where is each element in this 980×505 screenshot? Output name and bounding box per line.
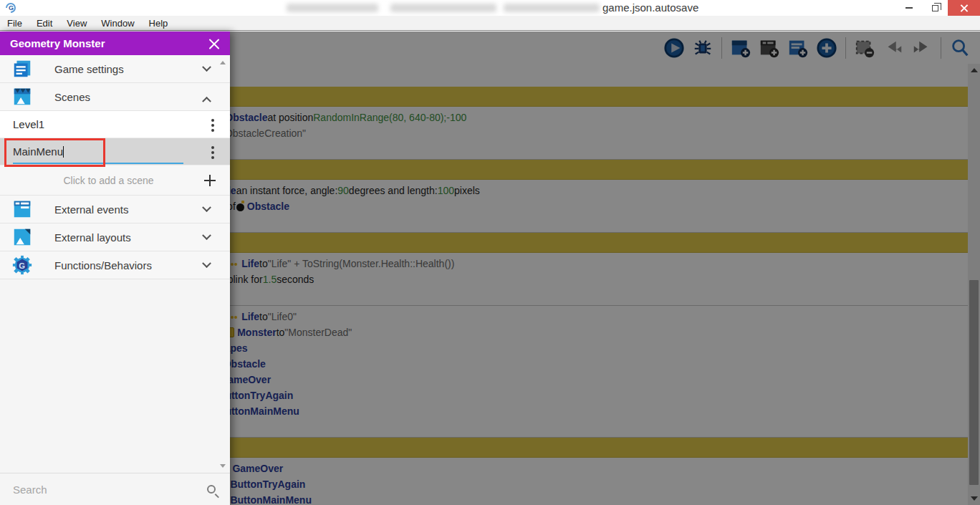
object-name: Monster bbox=[237, 327, 276, 338]
scroll-down-icon[interactable] bbox=[971, 496, 978, 501]
chevron-down-icon[interactable] bbox=[202, 62, 211, 72]
action-line[interactable]: Hide the object GameOver bbox=[141, 461, 968, 476]
events-scrollbar[interactable] bbox=[968, 64, 980, 505]
add-action-link[interactable]: Add action bbox=[141, 141, 968, 156]
scene-name-level1: Level1 bbox=[13, 118, 211, 130]
action-line[interactable]: Hide the object ButtonMainMenu bbox=[141, 492, 968, 505]
menu-item-help[interactable]: Help bbox=[148, 18, 176, 29]
action-line[interactable]: Set animation of Life to "Life0" bbox=[141, 309, 968, 324]
project-manager-header: Geometry Monster bbox=[0, 32, 230, 55]
sidebar-item-functions-behaviors[interactable]: G Functions/Behaviors bbox=[0, 251, 230, 279]
action-line[interactable]: Show object ButtonTryAgain bbox=[141, 388, 968, 403]
more-options-icon[interactable] bbox=[211, 146, 214, 149]
close-icon bbox=[960, 4, 968, 12]
add-event-button[interactable] bbox=[729, 37, 752, 59]
search-input[interactable] bbox=[11, 483, 207, 496]
action-text: 90 bbox=[337, 185, 349, 196]
game-settings-label: Game settings bbox=[54, 63, 203, 75]
event-actions-cell[interactable]: Create object Obstacle at position Rando… bbox=[135, 107, 968, 159]
scene-item-level1[interactable]: Level1 bbox=[0, 111, 230, 138]
restore-icon bbox=[932, 5, 938, 11]
redo-button[interactable] bbox=[911, 37, 933, 59]
search-events-button[interactable] bbox=[948, 37, 971, 59]
event-actions-cell[interactable]: Set animation of Life to "Life" + ToStri… bbox=[135, 253, 968, 305]
action-line[interactable]: Hide the object ButtonTryAgain bbox=[141, 476, 968, 492]
play-icon bbox=[663, 37, 685, 59]
bug-icon bbox=[692, 37, 714, 59]
add-scene-row[interactable]: Click to add a scene bbox=[0, 165, 230, 196]
external-events-icon bbox=[11, 198, 33, 220]
action-line[interactable]: Delete object Shapes bbox=[141, 340, 968, 356]
restore-button[interactable] bbox=[922, 0, 948, 16]
add-circle-icon bbox=[816, 37, 837, 59]
toolbar-separator bbox=[941, 37, 941, 59]
close-window-button[interactable] bbox=[948, 0, 980, 16]
panel-scroll-down-icon[interactable] bbox=[220, 464, 226, 468]
add-event-choose-button[interactable] bbox=[815, 37, 838, 59]
action-line[interactable]: Show object ButtonMainMenu bbox=[141, 403, 968, 419]
object-name: Life bbox=[241, 311, 259, 322]
blurred-title-segment bbox=[287, 4, 378, 12]
action-line[interactable]: Reset the timer "ObstacleCreation" bbox=[141, 125, 968, 141]
event-actions-cell[interactable]: Set animation of Life to "Life0"Set anim… bbox=[135, 306, 968, 437]
menu-item-window[interactable]: Window bbox=[100, 18, 141, 29]
chevron-up-icon[interactable] bbox=[202, 96, 211, 105]
action-line[interactable]: Create object Obstacle at position Rando… bbox=[141, 110, 968, 125]
functions-behaviors-icon: G bbox=[11, 254, 33, 276]
scene-item-mainmenu-editing[interactable]: MainMenu bbox=[0, 138, 230, 165]
play-button[interactable] bbox=[663, 37, 686, 59]
add-comment-icon bbox=[787, 37, 809, 59]
undo-button[interactable] bbox=[882, 37, 905, 59]
menu-item-edit[interactable]: Edit bbox=[35, 18, 59, 29]
delete-selection-button[interactable] bbox=[853, 37, 876, 59]
chevron-down-icon[interactable] bbox=[202, 203, 211, 212]
panel-scroll-up-icon[interactable] bbox=[220, 61, 226, 64]
toolbar-separator bbox=[721, 37, 722, 59]
window-title: game.json.autosave bbox=[602, 1, 698, 14]
sidebar-item-external-layouts[interactable]: External layouts bbox=[0, 223, 230, 251]
search-icon[interactable] bbox=[207, 485, 216, 494]
action-line[interactable]: Set animation of Monster to "MonsterDead… bbox=[141, 324, 968, 340]
action-text: RandomInRange(80, 640-80);-100 bbox=[313, 112, 466, 123]
project-manager-panel: Geometry Monster Game settings Scenes Le… bbox=[0, 32, 230, 505]
event-actions-cell[interactable]: Hide the object GameOverHide the object … bbox=[135, 458, 968, 505]
minimize-button[interactable] bbox=[896, 0, 922, 16]
action-line[interactable]: Add to Obstacle an instant force, angle:… bbox=[141, 183, 968, 198]
sidebar-item-scenes[interactable]: Scenes bbox=[0, 83, 230, 111]
sidebar-item-game-settings[interactable]: Game settings bbox=[0, 55, 230, 83]
add-action-link[interactable]: Add action bbox=[141, 287, 968, 302]
menu-item-file[interactable]: File bbox=[6, 18, 29, 29]
chevron-down-icon[interactable] bbox=[202, 231, 211, 240]
action-line[interactable]: Show object GameOver bbox=[141, 372, 968, 388]
add-action-link[interactable]: Add action bbox=[141, 214, 968, 229]
debug-button[interactable] bbox=[691, 37, 714, 59]
action-text: "MonsterDead" bbox=[284, 327, 352, 338]
add-action-link[interactable]: Add action bbox=[141, 419, 968, 434]
add-comment-button[interactable] bbox=[787, 37, 810, 59]
undo-icon bbox=[883, 37, 904, 59]
action-line[interactable]: Set animation of Life to "Life" + ToStri… bbox=[141, 256, 968, 271]
menu-item-view[interactable]: View bbox=[65, 18, 94, 29]
scroll-up-icon[interactable] bbox=[971, 68, 978, 72]
event-actions-cell[interactable]: Add to Obstacle an instant force, angle:… bbox=[135, 180, 968, 232]
add-subevent-button[interactable] bbox=[758, 37, 781, 59]
scrollbar-thumb[interactable] bbox=[969, 280, 979, 485]
minimize-icon bbox=[905, 7, 913, 9]
action-text: an instant force, angle: bbox=[236, 185, 338, 196]
more-options-icon[interactable] bbox=[211, 119, 214, 122]
action-line[interactable]: Make Monster blink for 1.5 seconds bbox=[141, 271, 968, 287]
panel-search-bar bbox=[0, 473, 230, 505]
plus-icon[interactable] bbox=[204, 175, 216, 186]
chevron-down-icon[interactable] bbox=[202, 259, 211, 268]
close-panel-icon[interactable] bbox=[208, 38, 220, 49]
blurred-title-segment bbox=[504, 4, 600, 12]
object-name: ButtonTryAgain bbox=[230, 478, 305, 490]
bomb-icon bbox=[236, 203, 244, 211]
scene-rename-input[interactable]: MainMenu bbox=[13, 145, 64, 158]
object-name: Obstacle bbox=[225, 112, 267, 123]
text-caret bbox=[63, 146, 64, 158]
action-line[interactable]: Delete object Obstacle bbox=[141, 356, 968, 372]
sidebar-item-external-events[interactable]: External events bbox=[0, 196, 230, 223]
action-line[interactable]: Do = 4 to Z-order of Obstacle bbox=[141, 198, 968, 214]
search-icon bbox=[949, 37, 971, 59]
